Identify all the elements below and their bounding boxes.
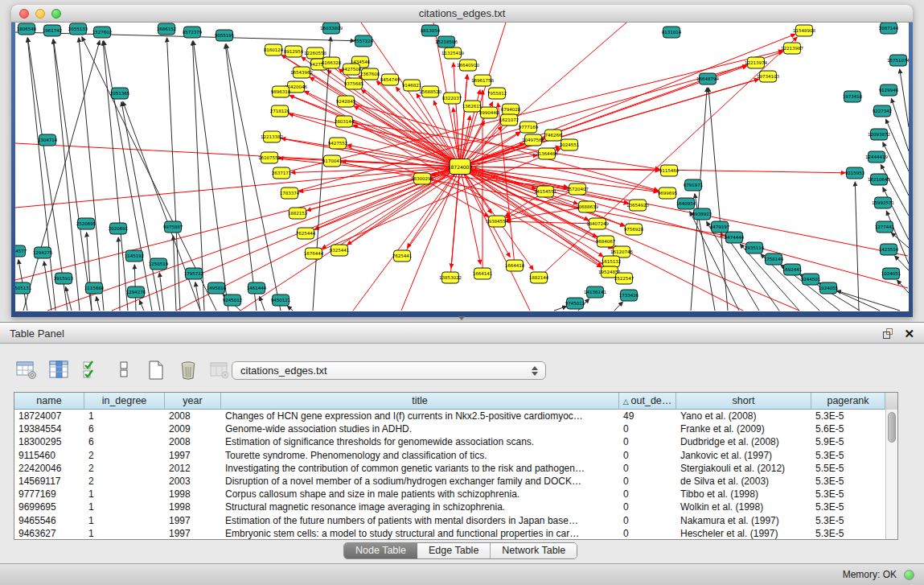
graph-node[interactable]: 9129946	[879, 84, 899, 96]
graph-node[interactable]: 1621072	[499, 114, 519, 126]
column-header-out_de[interactable]: △out_de…	[619, 393, 676, 410]
cell-name[interactable]: 9699695	[14, 501, 84, 513]
graph-node[interactable]: 10688639	[576, 201, 598, 212]
graph-node[interactable]: 7625441	[392, 250, 413, 262]
cell-out_de[interactable]: 0	[619, 527, 676, 539]
cell-year[interactable]: 2009	[165, 422, 221, 435]
graph-node[interactable]: 2055133	[68, 23, 88, 35]
citation-network-graph[interactable]: 8160124 8912954 12260558 9427503 1654396…	[15, 23, 909, 311]
graph-node[interactable]: 8572379	[183, 27, 203, 38]
graph-node[interactable]: 1024051	[881, 268, 901, 279]
graph-node[interactable]: 9325441	[330, 245, 350, 256]
graph-node[interactable]: 9245012	[223, 295, 243, 306]
graph-node[interactable]: 19384554	[486, 216, 508, 227]
graph-node[interactable]: 9777169	[519, 122, 539, 133]
graph-node[interactable]: 1733426	[619, 290, 639, 301]
graph-node[interactable]: 9975887	[163, 221, 183, 233]
graph-node[interactable]: 1795722	[184, 268, 204, 279]
cell-name[interactable]: 9465546	[14, 514, 84, 527]
tab-edge-table[interactable]: Edge Table	[417, 543, 490, 558]
graph-node[interactable]: 15992571	[872, 197, 894, 208]
table-header-row[interactable]: namein_degreeyeartitle△out_de…shortpager…	[14, 393, 897, 410]
graph-node[interactable]: 12213987	[781, 43, 803, 54]
cell-in_degree[interactable]: 1	[84, 488, 165, 501]
graph-node[interactable]: 1294275	[33, 247, 53, 258]
graph-node[interactable]: 8160124	[264, 44, 284, 56]
cell-pagerank[interactable]: 5.3E-5	[811, 475, 885, 488]
cell-year[interactable]: 1997	[165, 527, 221, 539]
graph-node[interactable]: 2367608	[360, 68, 380, 80]
graph-node[interactable]: 16543962	[290, 67, 313, 78]
cell-short[interactable]: Jankovic et al. (1997)	[676, 449, 811, 462]
graph-node[interactable]: 1973410	[843, 91, 863, 102]
table-row[interactable]: 1872400712008Changes of HCN gene express…	[14, 410, 885, 422]
graph-node[interactable]: 9474444	[725, 232, 745, 243]
graph-node[interactable]: 9745012	[565, 298, 585, 309]
graph-node[interactable]: 8505131	[15, 282, 31, 294]
cell-out_de[interactable]: 0	[619, 514, 676, 527]
cell-title[interactable]: Tourette syndrome. Phenomenology and cla…	[221, 449, 619, 462]
cell-name[interactable]: 9115460	[14, 449, 84, 462]
graph-node[interactable]: 9244501	[801, 274, 821, 285]
cell-year[interactable]: 1998	[165, 488, 221, 501]
graph-node[interactable]: 15218506	[435, 36, 458, 47]
graph-node[interactable]: 1806540	[17, 23, 37, 35]
graph-node[interactable]: 1615132	[602, 256, 622, 267]
cell-pagerank[interactable]: 5.3E-5	[811, 514, 885, 527]
graph-node[interactable]: 14136141	[584, 286, 606, 298]
cell-name[interactable]: 9777169	[14, 488, 84, 501]
graph-node[interactable]: 2637171	[272, 167, 292, 179]
graph-node[interactable]: 13853022	[439, 272, 462, 283]
cell-pagerank[interactable]: 5.3E-5	[811, 410, 885, 422]
graph-node[interactable]: 1304714	[38, 134, 58, 146]
cell-in_degree[interactable]: 1	[84, 501, 165, 513]
cell-title[interactable]: Estimation of significance thresholds fo…	[221, 435, 619, 448]
cell-in_degree[interactable]: 2	[84, 449, 165, 462]
table-row[interactable]: 911546021997Tourette syndrome. Phenomeno…	[14, 449, 885, 462]
graph-node[interactable]: 3024551	[560, 139, 580, 150]
graph-node[interactable]: 13654923	[626, 200, 649, 211]
graph-node[interactable]: 11548908	[793, 25, 815, 36]
cell-short[interactable]: Yano et al. (2008)	[676, 410, 811, 422]
cell-short[interactable]: Nakamura et al. (1997)	[676, 514, 811, 527]
column-header-short[interactable]: short	[676, 393, 811, 410]
graph-node[interactable]: 8938923	[692, 208, 713, 220]
graph-node[interactable]: 8912954	[284, 46, 304, 57]
graph-node[interactable]: 1882144	[529, 272, 549, 283]
column-header-in_degree[interactable]: in_degree	[84, 393, 165, 410]
node-attribute-table[interactable]: namein_degreeyeartitle△out_de…shortpager…	[14, 392, 898, 540]
close-panel-icon[interactable]: ✕	[904, 326, 914, 341]
graph-node[interactable]: 9756928	[624, 224, 644, 235]
graph-node[interactable]: 1882153	[288, 208, 308, 219]
cell-out_de[interactable]: 0	[619, 488, 676, 501]
cell-in_degree[interactable]: 2	[84, 462, 165, 475]
graph-node[interactable]: 12213974	[745, 57, 767, 68]
cell-pagerank[interactable]: 5.9E-5	[811, 435, 885, 448]
cell-title[interactable]: Changes of HCN gene expression and I(f) …	[221, 410, 619, 422]
graph-node[interactable]: 18300295	[411, 173, 433, 184]
cell-year[interactable]: 1997	[165, 514, 221, 527]
column-header-pagerank[interactable]: pagerank	[811, 393, 885, 410]
cell-name[interactable]: 19384554	[14, 422, 84, 435]
table-row[interactable]: 977716911998Corpus callosum shape and si…	[14, 488, 885, 501]
graph-node[interactable]: 1024055	[819, 282, 839, 294]
vertical-scrollbar[interactable]	[885, 410, 897, 539]
import-table-button[interactable]	[209, 360, 231, 381]
graph-node[interactable]: 16640910	[457, 60, 479, 71]
panel-divider-handle[interactable]	[458, 316, 465, 320]
graph-node[interactable]: 2051365	[110, 88, 130, 99]
table-row[interactable]: 969969511998Structural magnetic resonanc…	[14, 501, 885, 513]
graph-node[interactable]: 2522547	[614, 273, 634, 284]
table-row[interactable]: 1456911722003Disruption of a novel membe…	[14, 475, 885, 488]
tab-node-table[interactable]: Node Table	[344, 543, 417, 558]
graph-node[interactable]: 8131014	[662, 27, 682, 38]
graph-node[interactable]: 8990448	[479, 107, 499, 118]
graph-node[interactable]: 1961742	[43, 25, 63, 36]
graph-node[interactable]: 16033809	[320, 23, 343, 34]
graph-node[interactable]: 14154551	[534, 186, 556, 197]
cell-pagerank[interactable]: 5.5E-5	[811, 462, 885, 475]
graph-node[interactable]: 9242845	[336, 96, 356, 107]
graph-node[interactable]: 7625444	[296, 228, 316, 239]
graph-node[interactable]: 1145192	[125, 250, 145, 262]
graph-node[interactable]: 9427508	[342, 64, 362, 75]
